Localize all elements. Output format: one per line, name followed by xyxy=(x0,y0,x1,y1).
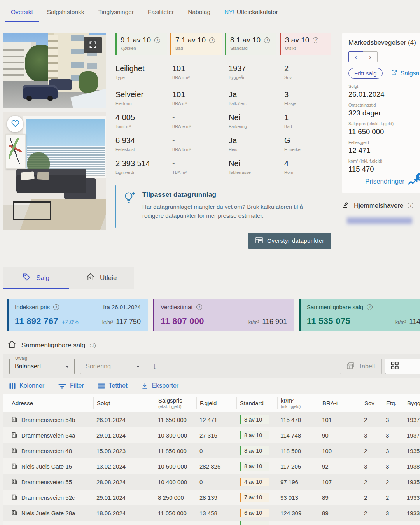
building-icon xyxy=(12,432,17,439)
table-row[interactable]: Drammensveien 52c29.01.20248 250 00028 1… xyxy=(3,490,420,505)
info-icon[interactable]: i xyxy=(209,37,215,43)
favorite-button[interactable] xyxy=(7,116,23,132)
fact-value: Nei xyxy=(229,159,284,168)
standard-score-badge: 7 av 10 xyxy=(240,493,269,502)
info-icon[interactable]: i xyxy=(196,304,202,310)
owners-title: Hjemmelshavere xyxy=(354,202,404,210)
tab-tinglysninger[interactable]: Tinglysninger xyxy=(98,0,134,24)
market-title: Markedsbevegelser (4) xyxy=(348,39,416,47)
standard-score-badge: 8 av 10 xyxy=(240,415,269,424)
owner-name-redacted[interactable] xyxy=(347,217,412,224)
etg-cell: 2 xyxy=(383,494,404,501)
fact-heis: JaHeis xyxy=(229,133,284,156)
filter-button[interactable]: Filter xyxy=(58,382,84,389)
fact-e-merke: GE-merke xyxy=(284,133,331,156)
tab-label: Nabolag xyxy=(188,9,210,16)
krm2-cell: 118 500 xyxy=(277,448,319,454)
etg-cell: 3 xyxy=(383,432,404,439)
info-icon[interactable]: i xyxy=(367,304,373,310)
table-row[interactable]: Drammensveien 54a29.01.202410 300 00027 … xyxy=(3,427,420,443)
info-icon[interactable]: i xyxy=(408,203,413,208)
infobox-body: Har datagrunnlaget mangler du vet om? Br… xyxy=(142,202,315,220)
standard-score-badge: 4 av 10 xyxy=(240,478,269,486)
table-row-partial[interactable] xyxy=(3,521,420,525)
override-datapoints-button[interactable]: Overstyr datapunkter xyxy=(248,233,331,249)
tab-salg[interactable]: Salg xyxy=(3,267,69,289)
fact-bra-b-m: -BRA-b m² xyxy=(172,133,229,156)
kolonner-button[interactable]: Kolonner xyxy=(9,382,44,389)
column-header-fgjeld[interactable]: F.gjeld xyxy=(196,397,236,409)
external-link-icon xyxy=(390,69,397,78)
field-label: kr/m² (inkl. f.gjeld) xyxy=(348,159,418,163)
tab-fasiliteter[interactable]: Fasiliteter xyxy=(148,0,174,24)
comparable-sales-card: Sammenlignbare salgi 11 535 075 kr/m²114 xyxy=(299,299,420,331)
comparable-sales-table: Adresse Solgt Salgspris(eksl. f.gjeld) F… xyxy=(3,394,420,525)
salgspris-cell: 11 050 000 xyxy=(155,510,196,516)
score-label: Bad xyxy=(175,46,218,51)
eksporter-button[interactable]: Eksporter xyxy=(142,382,178,389)
price-changes-link[interactable]: Prisendringer 5 xyxy=(365,177,418,186)
table-row[interactable]: Drammensveien 54b26.01.202411 650 00012 … xyxy=(3,412,420,427)
table-row[interactable]: Drammensveien 5528.08.202410 400 00004 a… xyxy=(3,474,420,490)
table-row[interactable]: Niels Juels Gate 28a18.06.202411 050 000… xyxy=(3,505,420,521)
table-body: Drammensveien 54b26.01.202411 650 00012 … xyxy=(3,412,420,525)
table-view-button[interactable]: Tabell xyxy=(340,359,382,374)
action-label: Tetthet xyxy=(109,382,128,389)
action-label: Filter xyxy=(70,382,84,389)
comparable-sales-header: Sammenlignbare salg i xyxy=(7,340,96,351)
grid-view-button[interactable] xyxy=(385,359,420,374)
column-header-krm2[interactable]: kr/m²(ink f.gjeld) xyxy=(277,397,319,409)
bushes xyxy=(79,71,98,93)
table-icon xyxy=(347,362,354,371)
fact-value: G xyxy=(284,136,331,145)
heart-icon xyxy=(11,119,20,129)
byggear-cell: 1937 xyxy=(404,432,420,439)
info-icon[interactable]: i xyxy=(313,37,318,43)
tab-oversikt[interactable]: Oversikt xyxy=(11,0,33,24)
wall-art xyxy=(5,134,26,169)
fact-value: 3 xyxy=(284,90,331,99)
address-cell: Drammensveien 54b xyxy=(21,416,75,423)
column-header-solgt[interactable]: Solgt xyxy=(93,397,155,409)
brai-cell: 89 xyxy=(319,494,361,501)
fact-label: Eierform xyxy=(116,101,172,106)
sales-ad-link[interactable]: Salgsannonse xyxy=(390,69,420,78)
fullscreen-button[interactable] xyxy=(84,37,102,53)
column-header-sov[interactable]: Sov xyxy=(361,397,383,409)
sort-direction-icon[interactable]: ↓ xyxy=(152,362,157,371)
info-icon[interactable]: i xyxy=(154,37,160,43)
table-row[interactable]: Drammensveien 4815.08.202311 850 00008 a… xyxy=(3,443,420,458)
tab-utleie[interactable]: Utleie xyxy=(69,267,135,289)
tetthet-button[interactable]: Tetthet xyxy=(98,382,128,389)
etg-cell: 3 xyxy=(383,416,404,423)
street-view-photo xyxy=(3,33,106,108)
tab-nabolag[interactable]: Nabolag xyxy=(188,0,210,24)
card-value: 11 807 000 xyxy=(161,316,204,326)
info-icon[interactable]: i xyxy=(53,304,59,310)
brai-cell: 100 xyxy=(319,448,361,454)
interior-photo xyxy=(3,112,106,230)
infobox-title: Tilpasset datagrunnlag xyxy=(142,191,315,199)
info-icon[interactable]: i xyxy=(90,343,96,348)
fact-value: Ja xyxy=(229,136,284,145)
field-label: Salgspris (ekskl. f.gjeld) xyxy=(348,121,418,126)
column-header-etg[interactable]: Etg. xyxy=(383,397,404,409)
market-field-kr-m-inkl-f-gjeld: kr/m² (inkl. f.gjeld)115 470 xyxy=(348,159,418,173)
column-header-brai[interactable]: BRA-i xyxy=(319,397,361,409)
column-header-salgspris[interactable]: Salgspris(eksl. f.gjeld) xyxy=(155,397,196,409)
fact-label: Lign.verdi xyxy=(116,170,172,175)
column-header-standard[interactable]: Standard xyxy=(236,397,277,409)
column-header-adresse[interactable]: Adresse xyxy=(3,397,93,409)
sorting-dropdown[interactable]: Sortering xyxy=(80,359,145,374)
tab-utleiekalkulator[interactable]: NY! Utleiekalkulator xyxy=(224,0,278,24)
salgspris-cell: 10 500 000 xyxy=(155,463,196,470)
selection-dropdown[interactable]: Utvalg Balansert xyxy=(9,359,75,374)
column-header-byggear[interactable]: Byggeår xyxy=(404,397,420,409)
next-button[interactable]: › xyxy=(363,51,378,62)
tab-salgshistorikk[interactable]: Salgshistorikk xyxy=(47,0,84,24)
owners-section: Hjemmelshavere i xyxy=(342,201,420,210)
table-row[interactable]: Niels Juels Gate 1513.02.202410 500 0002… xyxy=(3,458,420,474)
sov-cell: 2 xyxy=(361,510,383,516)
prev-button[interactable]: ‹ xyxy=(348,51,363,62)
info-icon[interactable]: i xyxy=(264,37,270,43)
